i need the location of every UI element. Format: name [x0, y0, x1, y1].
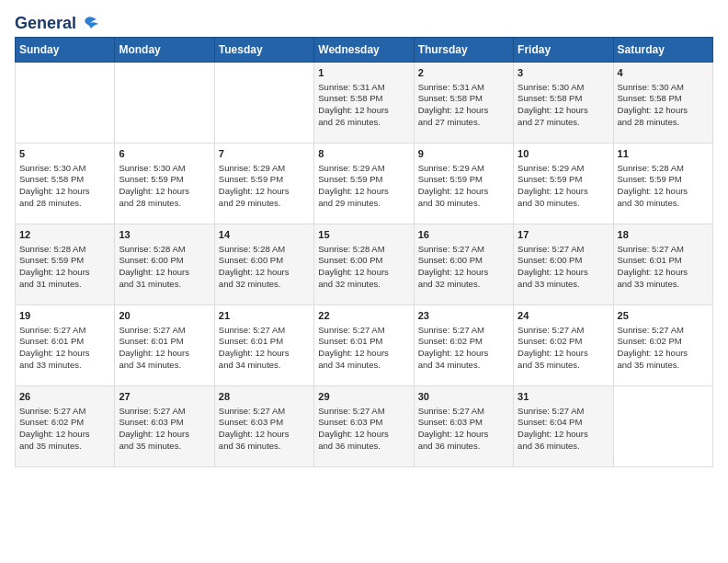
day-content: Sunrise: 5:27 AM Sunset: 6:00 PM Dayligh…: [518, 244, 609, 291]
day-content: Sunrise: 5:27 AM Sunset: 6:02 PM Dayligh…: [518, 325, 609, 372]
day-number: 8: [318, 147, 409, 161]
calendar-cell: 12Sunrise: 5:28 AM Sunset: 5:59 PM Dayli…: [16, 224, 115, 304]
day-content: Sunrise: 5:27 AM Sunset: 6:01 PM Dayligh…: [318, 325, 409, 372]
day-number: 29: [318, 390, 409, 404]
calendar-cell: [613, 385, 712, 466]
calendar-cell: 13Sunrise: 5:28 AM Sunset: 6:00 PM Dayli…: [115, 224, 214, 304]
day-content: Sunrise: 5:27 AM Sunset: 6:01 PM Dayligh…: [219, 325, 310, 372]
column-header-sunday: Sunday: [16, 37, 115, 62]
column-header-tuesday: Tuesday: [214, 37, 313, 62]
calendar-cell: 25Sunrise: 5:27 AM Sunset: 6:02 PM Dayli…: [613, 304, 712, 385]
logo-text: General: [15, 15, 98, 33]
calendar-cell: 26Sunrise: 5:27 AM Sunset: 6:02 PM Dayli…: [16, 385, 115, 466]
day-content: Sunrise: 5:29 AM Sunset: 5:59 PM Dayligh…: [219, 163, 310, 210]
day-number: 4: [618, 66, 709, 80]
day-content: Sunrise: 5:28 AM Sunset: 5:59 PM Dayligh…: [19, 244, 110, 291]
day-number: 15: [318, 228, 409, 242]
day-content: Sunrise: 5:30 AM Sunset: 5:59 PM Dayligh…: [119, 163, 210, 210]
day-number: 23: [418, 309, 509, 323]
calendar-cell: 3Sunrise: 5:30 AM Sunset: 5:58 PM Daylig…: [514, 62, 613, 143]
calendar-cell: 21Sunrise: 5:27 AM Sunset: 6:01 PM Dayli…: [214, 304, 313, 385]
day-content: Sunrise: 5:29 AM Sunset: 5:59 PM Dayligh…: [518, 163, 609, 210]
day-content: Sunrise: 5:27 AM Sunset: 6:02 PM Dayligh…: [618, 325, 709, 372]
day-number: 2: [418, 66, 509, 80]
calendar-cell: 31Sunrise: 5:27 AM Sunset: 6:04 PM Dayli…: [514, 385, 613, 466]
calendar-cell: 29Sunrise: 5:27 AM Sunset: 6:03 PM Dayli…: [314, 385, 414, 466]
page-header: General: [15, 15, 713, 29]
calendar-cell: 16Sunrise: 5:27 AM Sunset: 6:00 PM Dayli…: [414, 224, 513, 304]
day-content: Sunrise: 5:28 AM Sunset: 6:00 PM Dayligh…: [119, 244, 210, 291]
day-content: Sunrise: 5:31 AM Sunset: 5:58 PM Dayligh…: [418, 82, 509, 129]
day-content: Sunrise: 5:27 AM Sunset: 6:03 PM Dayligh…: [219, 406, 310, 453]
day-number: 11: [618, 147, 709, 161]
day-number: 3: [518, 66, 609, 80]
calendar-cell: 22Sunrise: 5:27 AM Sunset: 6:01 PM Dayli…: [314, 304, 414, 385]
calendar-cell: 27Sunrise: 5:27 AM Sunset: 6:03 PM Dayli…: [115, 385, 214, 466]
calendar-week-row: 12Sunrise: 5:28 AM Sunset: 5:59 PM Dayli…: [16, 224, 713, 304]
day-number: 21: [219, 309, 310, 323]
day-number: 31: [518, 390, 609, 404]
calendar-cell: 1Sunrise: 5:31 AM Sunset: 5:58 PM Daylig…: [314, 62, 414, 143]
day-number: 5: [19, 147, 110, 161]
calendar-cell: 28Sunrise: 5:27 AM Sunset: 6:03 PM Dayli…: [214, 385, 313, 466]
day-content: Sunrise: 5:27 AM Sunset: 6:00 PM Dayligh…: [418, 244, 509, 291]
calendar-cell: 11Sunrise: 5:28 AM Sunset: 5:59 PM Dayli…: [613, 143, 712, 224]
day-number: 1: [318, 66, 409, 80]
calendar-cell: 9Sunrise: 5:29 AM Sunset: 5:59 PM Daylig…: [414, 143, 513, 224]
calendar-cell: 24Sunrise: 5:27 AM Sunset: 6:02 PM Dayli…: [514, 304, 613, 385]
calendar-cell: 6Sunrise: 5:30 AM Sunset: 5:59 PM Daylig…: [115, 143, 214, 224]
calendar-cell: [115, 62, 214, 143]
day-content: Sunrise: 5:30 AM Sunset: 5:58 PM Dayligh…: [19, 163, 110, 210]
calendar-cell: 5Sunrise: 5:30 AM Sunset: 5:58 PM Daylig…: [16, 143, 115, 224]
calendar-cell: 2Sunrise: 5:31 AM Sunset: 5:58 PM Daylig…: [414, 62, 513, 143]
column-header-friday: Friday: [514, 37, 613, 62]
calendar-header-row: SundayMondayTuesdayWednesdayThursdayFrid…: [16, 37, 713, 62]
day-content: Sunrise: 5:27 AM Sunset: 6:01 PM Dayligh…: [119, 325, 210, 372]
calendar-cell: [214, 62, 313, 143]
calendar-cell: 14Sunrise: 5:28 AM Sunset: 6:00 PM Dayli…: [214, 224, 313, 304]
day-number: 30: [418, 390, 509, 404]
day-number: 14: [219, 228, 310, 242]
day-number: 25: [618, 309, 709, 323]
calendar-table: SundayMondayTuesdayWednesdayThursdayFrid…: [15, 37, 713, 467]
day-number: 6: [119, 147, 210, 161]
day-number: 10: [518, 147, 609, 161]
day-content: Sunrise: 5:31 AM Sunset: 5:58 PM Dayligh…: [318, 82, 409, 129]
column-header-thursday: Thursday: [414, 37, 513, 62]
calendar-week-row: 5Sunrise: 5:30 AM Sunset: 5:58 PM Daylig…: [16, 143, 713, 224]
calendar-cell: 23Sunrise: 5:27 AM Sunset: 6:02 PM Dayli…: [414, 304, 513, 385]
calendar-cell: 10Sunrise: 5:29 AM Sunset: 5:59 PM Dayli…: [514, 143, 613, 224]
day-number: 22: [318, 309, 409, 323]
logo: General: [15, 15, 98, 29]
day-number: 18: [618, 228, 709, 242]
day-content: Sunrise: 5:27 AM Sunset: 6:03 PM Dayligh…: [318, 406, 409, 453]
calendar-cell: [16, 62, 115, 143]
calendar-cell: 15Sunrise: 5:28 AM Sunset: 6:00 PM Dayli…: [314, 224, 414, 304]
calendar-week-row: 19Sunrise: 5:27 AM Sunset: 6:01 PM Dayli…: [16, 304, 713, 385]
calendar-cell: 4Sunrise: 5:30 AM Sunset: 5:58 PM Daylig…: [613, 62, 712, 143]
day-number: 7: [219, 147, 310, 161]
day-content: Sunrise: 5:27 AM Sunset: 6:01 PM Dayligh…: [19, 325, 110, 372]
day-number: 9: [418, 147, 509, 161]
calendar-week-row: 26Sunrise: 5:27 AM Sunset: 6:02 PM Dayli…: [16, 385, 713, 466]
day-content: Sunrise: 5:29 AM Sunset: 5:59 PM Dayligh…: [418, 163, 509, 210]
day-number: 20: [119, 309, 210, 323]
day-content: Sunrise: 5:27 AM Sunset: 6:04 PM Dayligh…: [518, 406, 609, 453]
calendar-week-row: 1Sunrise: 5:31 AM Sunset: 5:58 PM Daylig…: [16, 62, 713, 143]
day-content: Sunrise: 5:27 AM Sunset: 6:01 PM Dayligh…: [618, 244, 709, 291]
day-content: Sunrise: 5:27 AM Sunset: 6:02 PM Dayligh…: [19, 406, 110, 453]
calendar-cell: 19Sunrise: 5:27 AM Sunset: 6:01 PM Dayli…: [16, 304, 115, 385]
calendar-cell: 20Sunrise: 5:27 AM Sunset: 6:01 PM Dayli…: [115, 304, 214, 385]
calendar-cell: 17Sunrise: 5:27 AM Sunset: 6:00 PM Dayli…: [514, 224, 613, 304]
column-header-saturday: Saturday: [613, 37, 712, 62]
day-content: Sunrise: 5:29 AM Sunset: 5:59 PM Dayligh…: [318, 163, 409, 210]
day-number: 17: [518, 228, 609, 242]
day-number: 28: [219, 390, 310, 404]
calendar-cell: 7Sunrise: 5:29 AM Sunset: 5:59 PM Daylig…: [214, 143, 313, 224]
day-content: Sunrise: 5:27 AM Sunset: 6:03 PM Dayligh…: [119, 406, 210, 453]
calendar-cell: 18Sunrise: 5:27 AM Sunset: 6:01 PM Dayli…: [613, 224, 712, 304]
day-content: Sunrise: 5:28 AM Sunset: 6:00 PM Dayligh…: [318, 244, 409, 291]
calendar-cell: 8Sunrise: 5:29 AM Sunset: 5:59 PM Daylig…: [314, 143, 414, 224]
column-header-wednesday: Wednesday: [314, 37, 414, 62]
column-header-monday: Monday: [115, 37, 214, 62]
